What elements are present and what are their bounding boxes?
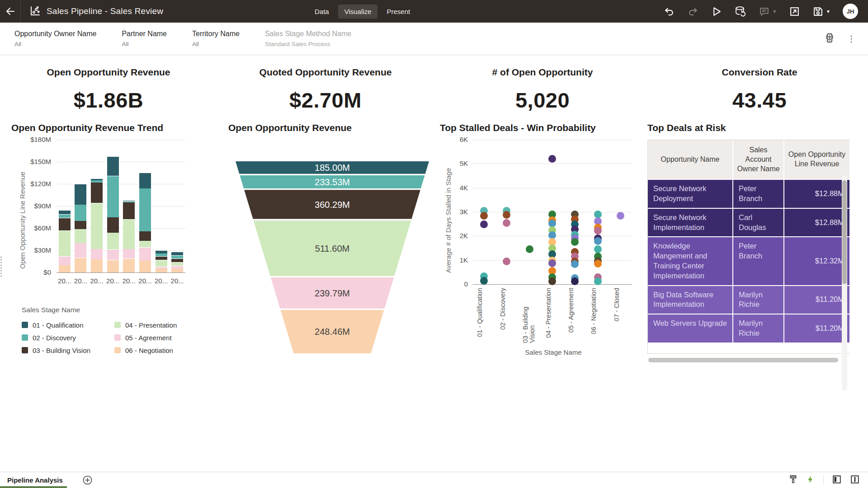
bar-segment <box>59 215 71 218</box>
legend-item[interactable]: 06 - Negotiation <box>114 344 207 357</box>
horizontal-scrollbar-thumb[interactable] <box>648 358 838 362</box>
legend-label: 01 - Qualification <box>33 321 84 329</box>
user-avatar[interactable]: JH <box>843 4 858 19</box>
y-tick-label: 4K <box>433 184 468 192</box>
cell-owner-name: Peter Branch <box>733 180 784 208</box>
legend-item[interactable]: 04 - Presentation <box>114 319 207 331</box>
redo-icon[interactable] <box>687 6 698 17</box>
bar-chart[interactable]: Open Opportunity Line Revenue$180M$150M$… <box>11 136 206 294</box>
bar-segment <box>91 180 103 182</box>
table-header-cell[interactable]: Open Opportunity Line Revenue <box>784 140 850 179</box>
scatter-chart[interactable]: Average # of Days Stalled in Stage6K5K4K… <box>440 136 637 364</box>
table-row[interactable]: Web Servers UpgradeMarilyn Richie$11.20M <box>648 314 850 343</box>
x-tick-label: 20... <box>166 277 188 285</box>
legend-title: Sales Stage Name <box>22 306 217 314</box>
tab-data[interactable]: Data <box>308 5 335 19</box>
filter-value: Standard Sales Process <box>265 41 351 47</box>
legend-swatch <box>114 334 121 341</box>
bar-segment <box>171 269 183 272</box>
funnel-chart-panel[interactable]: Open Opportunity Revenue 185.00M233.53M3… <box>217 122 434 364</box>
filter-bar-menu-icon[interactable] <box>824 32 835 46</box>
bar-segment <box>75 243 86 258</box>
tab-present[interactable]: Present <box>380 5 416 19</box>
legend-item[interactable]: 02 - Discovery <box>22 331 114 344</box>
bar-segment <box>171 256 183 258</box>
toggle-right-panel-icon[interactable] <box>850 474 860 486</box>
toggle-left-panel-icon[interactable] <box>832 474 842 486</box>
risk-table-panel[interactable]: Top Deals at Risk Opportunity NameSales … <box>637 122 868 364</box>
cell-revenue: $11.20M <box>784 286 850 314</box>
y-tick-label: $0 <box>16 268 51 276</box>
cell-revenue: $12.88M <box>784 209 850 237</box>
cell-owner-name: Peter Branch <box>733 237 784 285</box>
kpi-tile[interactable]: Conversion Rate43.45 <box>651 67 868 113</box>
funnel-chart[interactable]: 185.00M233.53M360.29M511.60M239.79M248.4… <box>236 161 429 356</box>
more-options-icon[interactable]: ⋮ <box>847 35 855 43</box>
bar-segment <box>91 249 103 259</box>
scatter-point <box>571 277 579 285</box>
filter-value: All <box>14 41 96 47</box>
table-row[interactable]: Secure Network ImplementationCarl Dougla… <box>648 208 850 237</box>
kpi-tile[interactable]: # of Open Opportunity5,020 <box>434 67 651 113</box>
tab-visualize[interactable]: Visualize <box>338 5 378 19</box>
bar-chart-panel[interactable]: Open Opportunity Revenue Trend Open Oppo… <box>0 122 217 364</box>
legend-swatch <box>114 322 121 328</box>
refresh-data-icon[interactable] <box>734 5 746 18</box>
bar-segment <box>123 202 135 219</box>
funnel-value-label: 511.60M <box>236 244 429 254</box>
back-button[interactable] <box>0 0 21 23</box>
auto-insights-icon[interactable] <box>806 474 815 486</box>
bar-segment <box>171 263 183 266</box>
cell-revenue: $11.20M <box>784 314 850 343</box>
bar-segment <box>59 218 71 230</box>
touchup-icon[interactable] <box>788 474 798 486</box>
filter-item[interactable]: Partner NameAll <box>122 30 167 47</box>
scatter-point <box>548 155 556 163</box>
legend-item[interactable]: 01 - Qualification <box>22 319 114 331</box>
scatter-point <box>526 245 533 253</box>
bar-segment <box>123 220 135 249</box>
scatter-point <box>594 260 602 267</box>
bar-segment <box>107 260 119 272</box>
bar-segment <box>59 231 71 257</box>
bar-segment <box>139 173 151 188</box>
chart-title: Top Deals at Risk <box>647 122 868 133</box>
run-icon[interactable] <box>711 6 722 17</box>
legend-item[interactable]: 03 - Building Vision <box>22 344 114 357</box>
cell-opportunity-name: Knowledge Mangement and Training Center … <box>648 237 733 285</box>
table-row[interactable]: Big Data Software ImplementationMarilyn … <box>648 285 850 314</box>
legend-swatch <box>22 322 28 328</box>
y-tick-label: 5K <box>433 160 468 167</box>
filter-item[interactable]: Opportunity Owner NameAll <box>14 30 96 47</box>
y-tick-label: 0 <box>433 280 468 288</box>
filter-item[interactable]: Sales Stage Method NameStandard Sales Pr… <box>265 30 351 47</box>
x-tick-label: 04 - Presentation <box>545 288 552 338</box>
add-canvas-icon[interactable] <box>82 475 93 485</box>
scatter-point <box>617 212 624 220</box>
canvas-tab-pipeline-analysis[interactable]: Pipeline Analysis <box>0 472 67 488</box>
cell-opportunity-name: Big Data Software Implementation <box>648 286 733 314</box>
filter-value: All <box>192 41 240 47</box>
funnel-value-label: 185.00M <box>236 163 429 173</box>
kpi-tile[interactable]: Open Opportunity Revenue$1.86B <box>0 67 217 113</box>
table-header-cell[interactable]: Opportunity Name <box>648 140 733 179</box>
kpi-tile[interactable]: Quoted Opportunity Revenue$2.70M <box>217 67 434 113</box>
undo-icon[interactable] <box>664 6 675 17</box>
scatter-chart-panel[interactable]: Top Stalled Deals - Win Probability Aver… <box>434 122 637 364</box>
bar-segment <box>75 184 86 205</box>
filter-item[interactable]: Territory NameAll <box>192 30 240 47</box>
legend-item[interactable]: 05 - Agreement <box>114 331 207 344</box>
vertical-scrollbar-thumb[interactable] <box>842 180 847 284</box>
open-in-window-icon[interactable] <box>789 6 800 17</box>
x-tick-label: 05 - Agreement <box>568 288 575 333</box>
bar-segment <box>123 259 135 272</box>
filter-label: Sales Stage Method Name <box>265 30 351 38</box>
table-header-cell[interactable]: Sales Account Owner Name <box>733 140 784 179</box>
table-row[interactable]: Knowledge Mangement and Training Center … <box>648 236 850 285</box>
kpi-title: Quoted Opportunity Revenue <box>217 67 434 78</box>
y-tick-label: $60M <box>16 224 51 232</box>
save-icon[interactable]: ▼ <box>812 6 830 17</box>
bar-segment <box>75 258 86 272</box>
comments-icon[interactable]: ▼ <box>759 6 777 17</box>
table-row[interactable]: Secure Network DeploymentPeter Branch$12… <box>648 179 850 208</box>
